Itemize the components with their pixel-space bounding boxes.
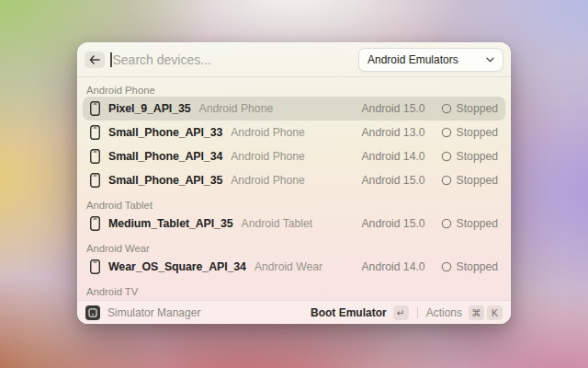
device-status: Stopped: [441, 217, 498, 230]
chevron-down-icon: [486, 57, 494, 63]
boot-emulator-button[interactable]: Boot Emulator: [311, 306, 387, 319]
device-type: Android Phone: [199, 102, 274, 115]
device-name: Wear_OS_Square_API_34: [108, 260, 246, 273]
section-label: Android Phone: [86, 84, 503, 97]
device-phone-icon: [90, 149, 100, 164]
device-type: Android Phone: [231, 126, 305, 139]
stopped-circle-icon: [441, 261, 452, 272]
device-row[interactable]: Small_Phone_API_35 Android Phone Android…: [83, 168, 505, 192]
device-type: Android Phone: [231, 174, 305, 187]
status-label: Stopped: [457, 260, 498, 273]
status-label: Stopped: [457, 102, 498, 115]
stopped-circle-icon: [441, 151, 452, 162]
device-name: Small_Phone_API_33: [108, 126, 222, 139]
device-os-version: Android 14.0: [361, 260, 424, 273]
stopped-circle-icon: [441, 103, 452, 114]
device-os-version: Android 15.0: [361, 174, 424, 187]
device-category-dropdown[interactable]: Android Emulators: [358, 48, 503, 72]
device-os-version: Android 14.0: [361, 150, 424, 163]
device-type: Android Phone: [231, 150, 305, 163]
status-label: Stopped: [457, 217, 498, 230]
stopped-circle-icon: [441, 218, 452, 229]
return-key-badge: ↵: [393, 305, 409, 320]
simulator-manager-app-icon: [85, 305, 100, 320]
section-label: Android Tablet: [86, 199, 503, 212]
search-input[interactable]: [112, 52, 359, 67]
section-label: Android Wear: [86, 242, 503, 255]
status-label: Stopped: [457, 126, 498, 139]
search-header: Android Emulators: [77, 42, 511, 77]
section-label: Android TV: [86, 285, 503, 298]
device-status: Stopped: [441, 174, 498, 187]
device-status: Stopped: [441, 126, 498, 139]
device-phone-icon: [90, 101, 100, 116]
device-type: Android Tablet: [242, 217, 313, 230]
back-button[interactable]: [85, 52, 105, 68]
device-os-version: Android 13.0: [361, 126, 424, 139]
device-name: Small_Phone_API_34: [108, 150, 222, 163]
device-status: Stopped: [441, 150, 498, 163]
device-row[interactable]: Small_Phone_API_33 Android Phone Android…: [83, 121, 505, 144]
k-key-badge: K: [487, 305, 503, 320]
device-phone-icon: [90, 259, 100, 274]
device-list: Android Phone Pixel_9_API_35 Android Pho…: [77, 77, 511, 300]
device-status: Stopped: [441, 260, 498, 273]
status-label: Stopped: [457, 150, 498, 163]
device-row[interactable]: Medium_Tablet_API_35 Android Tablet Andr…: [83, 212, 505, 236]
device-os-version: Android 15.0: [361, 217, 424, 230]
device-name: Pixel_9_API_35: [108, 102, 191, 115]
device-phone-icon: [90, 173, 100, 188]
device-row[interactable]: Wear_OS_Square_API_34 Android Wear Andro…: [83, 255, 505, 279]
simulator-manager-window: Android Emulators Android Phone Pixel_9_…: [77, 42, 511, 324]
device-type: Android Wear: [254, 260, 322, 273]
device-row[interactable]: Pixel_9_API_35 Android Phone Android 15.…: [83, 97, 505, 121]
stopped-circle-icon: [441, 127, 452, 138]
search-field[interactable]: [110, 52, 358, 67]
device-phone-icon: [90, 216, 100, 231]
device-os-version: Android 15.0: [361, 102, 424, 115]
app-name-label: Simulator Manager: [107, 306, 200, 319]
cmd-key-badge: ⌘: [469, 305, 484, 320]
stopped-circle-icon: [441, 175, 452, 186]
arrow-left-icon: [89, 55, 100, 64]
footer-divider: [417, 307, 418, 318]
status-label: Stopped: [457, 174, 498, 187]
device-phone-icon: [90, 125, 100, 140]
device-name: Small_Phone_API_35: [108, 174, 222, 187]
device-name: Medium_Tablet_API_35: [108, 217, 233, 230]
footer-bar: Simulator Manager Boot Emulator ↵ Action…: [77, 300, 511, 324]
dropdown-selected-value: Android Emulators: [368, 53, 486, 66]
device-status: Stopped: [441, 102, 498, 115]
device-row[interactable]: Small_Phone_API_34 Android Phone Android…: [83, 144, 505, 168]
actions-button[interactable]: Actions: [426, 306, 462, 319]
